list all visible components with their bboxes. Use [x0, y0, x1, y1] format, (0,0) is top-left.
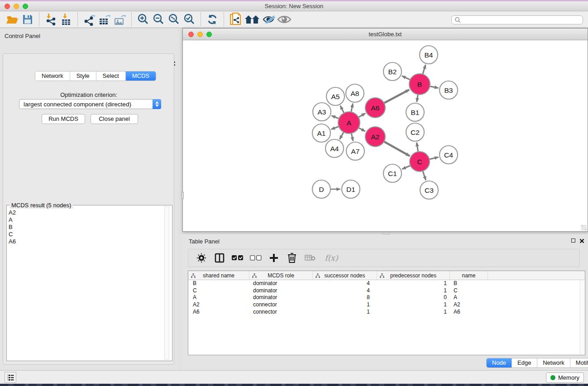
close-panel-button[interactable]: Close panel — [91, 114, 138, 124]
network-from-file-icon[interactable] — [228, 12, 243, 27]
table-cell[interactable]: connector — [249, 301, 313, 309]
zoom-window-button[interactable] — [23, 4, 28, 9]
split-divider-handle[interactable] — [181, 192, 184, 199]
tab-mcds[interactable]: MCDS — [126, 71, 156, 81]
zoom-fit-icon[interactable] — [166, 12, 182, 27]
open-file-icon[interactable] — [5, 12, 20, 27]
table-cell[interactable]: 1 — [377, 287, 450, 295]
export-table-icon[interactable] — [97, 12, 112, 27]
traffic-lights — [5, 4, 28, 9]
table-cell[interactable]: 1 — [313, 301, 377, 309]
tab-network-table[interactable]: Network Table — [537, 358, 570, 367]
table-toolbar: f(x) — [188, 249, 580, 267]
list-item[interactable]: B — [9, 224, 16, 231]
refresh-icon[interactable] — [205, 12, 220, 27]
memory-button[interactable]: Memory — [546, 372, 584, 383]
graph-node-label: C1 — [388, 170, 397, 177]
delete-column-icon[interactable] — [285, 251, 299, 265]
tab-edge-table[interactable]: Edge Table — [512, 358, 537, 367]
column-header[interactable]: predecessor nodes — [377, 271, 450, 280]
table-row[interactable]: Adominator80A — [188, 294, 585, 301]
column-header[interactable]: MCDS role — [249, 271, 313, 280]
table-cell[interactable]: 4 — [313, 287, 377, 295]
add-column-icon[interactable] — [267, 251, 281, 265]
close-panel-icon[interactable] — [579, 238, 584, 243]
table-row[interactable]: A6connector11A6 — [188, 309, 585, 316]
show-columns-icon[interactable] — [213, 251, 226, 265]
minimize-window-button[interactable] — [14, 4, 19, 9]
table-cell[interactable]: A6 — [450, 309, 488, 316]
list-item[interactable]: A — [9, 216, 16, 224]
settings-gear-icon[interactable] — [195, 251, 208, 265]
table-cell[interactable]: 1 — [377, 309, 450, 316]
export-image-icon[interactable] — [112, 12, 128, 27]
table-cell[interactable]: A2 — [188, 301, 249, 309]
task-history-button[interactable] — [5, 372, 16, 383]
table-scrollbar[interactable] — [580, 281, 584, 354]
table-cell[interactable]: 1 — [377, 301, 450, 309]
table-cell[interactable]: 1 — [377, 280, 450, 287]
table-cell[interactable]: B — [450, 280, 488, 287]
zoom-in-icon[interactable] — [135, 12, 151, 27]
graph-node-label: B — [417, 81, 422, 88]
select-all-checks-icon[interactable] — [231, 251, 244, 265]
close-window-button[interactable] — [5, 4, 10, 9]
table-cell[interactable]: dominator — [249, 287, 313, 295]
tab-select[interactable]: Select — [96, 71, 126, 81]
table-cell[interactable]: dominator — [249, 280, 313, 287]
table-row[interactable]: Bdominator41B — [188, 280, 585, 287]
network-graph[interactable]: AA1A2A3A4A5A6A7A8BB1B2B3B4CC1C2C3C4DD1 — [183, 40, 588, 231]
table-cell[interactable]: C — [450, 287, 488, 295]
list-icon — [7, 374, 14, 381]
table-cell[interactable]: 4 — [313, 280, 377, 287]
save-session-icon[interactable] — [20, 12, 35, 27]
mcds-result-scrollbar[interactable] — [164, 206, 169, 360]
column-header[interactable]: shared name — [188, 271, 249, 280]
list-item[interactable]: C — [9, 231, 16, 238]
search-field[interactable] — [451, 15, 583, 24]
table-cell[interactable]: dominator — [249, 294, 313, 301]
table-row[interactable]: A2connector11A2 — [188, 301, 585, 309]
table-cell[interactable]: B — [188, 280, 249, 287]
column-header[interactable]: name — [450, 271, 488, 280]
network-window-titlebar[interactable]: testGlobe.txt — [183, 29, 588, 40]
tab-network[interactable]: Network — [35, 71, 70, 81]
table-cell[interactable]: C — [188, 287, 249, 295]
float-panel-icon[interactable] — [571, 238, 575, 243]
tab-style[interactable]: Style — [70, 71, 96, 81]
network-zoom-button[interactable] — [206, 32, 212, 37]
zoom-out-icon[interactable] — [151, 12, 166, 27]
table-row[interactable]: Cdominator41C — [188, 287, 585, 295]
network-canvas[interactable]: AA1A2A3A4A5A6A7A8BB1B2B3B4CC1C2C3C4DD1 — [183, 40, 588, 231]
list-item[interactable]: A6 — [9, 238, 16, 245]
window-resize-grip[interactable] — [581, 225, 587, 230]
network-close-button[interactable] — [188, 32, 194, 37]
table-cell[interactable]: connector — [249, 309, 313, 316]
tab-motifs[interactable]: Motifs — [570, 358, 588, 367]
table-cell[interactable]: 8 — [313, 294, 377, 301]
tab-node-table[interactable]: Node Table — [487, 358, 512, 367]
delete-table-icon[interactable] — [303, 251, 317, 265]
zoom-selected-icon[interactable] — [182, 12, 197, 27]
column-header[interactable]: successor nodes — [313, 271, 377, 280]
table-cell[interactable]: 1 — [313, 309, 377, 316]
table-cell[interactable]: 0 — [377, 294, 450, 301]
table-cell[interactable]: A2 — [450, 301, 488, 309]
hide-details-icon[interactable] — [261, 12, 277, 27]
run-mcds-button[interactable]: Run MCDS — [42, 114, 85, 124]
table-cell[interactable]: A — [188, 294, 249, 301]
export-network-icon[interactable] — [81, 12, 97, 27]
deselect-all-checks-icon[interactable] — [249, 251, 263, 265]
graph-node-label: B3 — [445, 86, 453, 94]
table-cell[interactable]: A6 — [188, 309, 249, 316]
search-input[interactable] — [461, 16, 583, 24]
list-item[interactable]: A2 — [9, 209, 16, 216]
show-details-icon[interactable] — [277, 12, 292, 27]
criterion-select[interactable]: largest connected component (directed) — [19, 99, 161, 109]
network-minimize-button[interactable] — [197, 32, 203, 37]
import-network-icon[interactable] — [43, 12, 58, 27]
table-cell[interactable]: A — [450, 294, 488, 301]
home-layout-icon[interactable] — [243, 12, 261, 27]
function-builder-icon[interactable]: f(x) — [321, 251, 341, 265]
import-table-icon[interactable] — [58, 12, 74, 27]
